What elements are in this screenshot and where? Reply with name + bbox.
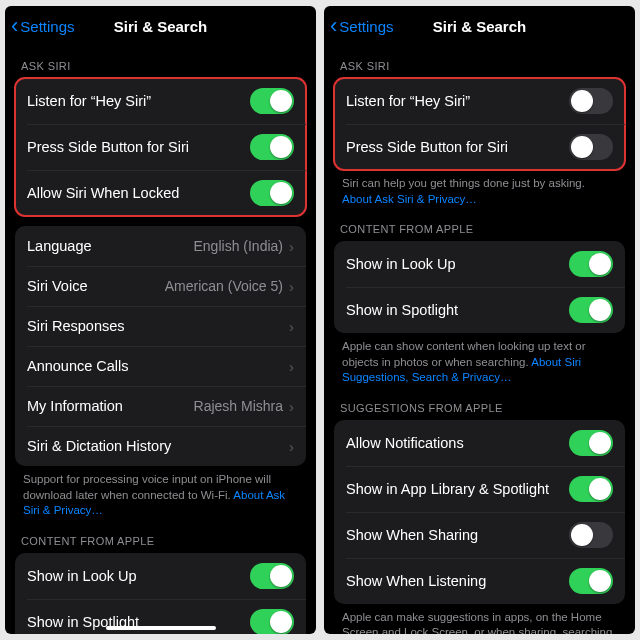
link-ask-siri-privacy[interactable]: About Ask Siri & Privacy… (342, 193, 477, 205)
footer-text-suggestions: Apple can make suggestions in apps, on t… (334, 604, 625, 634)
section-header-ask-siri: ASK SIRI (15, 46, 306, 78)
toggle-lookup[interactable] (250, 563, 294, 589)
chevron-right-icon: › (289, 238, 294, 255)
section-header-suggestions: SUGGESTIONS FROM APPLE (334, 388, 625, 420)
row-label: Siri Voice (27, 278, 165, 294)
group-content-apple: Show in Look Up Show in Spotlight (15, 553, 306, 634)
chevron-right-icon: › (289, 318, 294, 335)
row-show-lookup[interactable]: Show in Look Up (334, 241, 625, 287)
row-label: Listen for “Hey Siri” (27, 93, 250, 109)
section-header-content-apple: CONTENT FROM APPLE (15, 521, 306, 553)
chevron-right-icon: › (289, 438, 294, 455)
group-siri-settings: Language English (India) › Siri Voice Am… (15, 226, 306, 466)
row-my-information[interactable]: My Information Rajesh Mishra › (15, 386, 306, 426)
chevron-left-icon: ‹ (11, 15, 18, 37)
toggle-hey-siri[interactable] (569, 88, 613, 114)
home-indicator (106, 626, 216, 630)
row-show-when-listening[interactable]: Show When Listening (334, 558, 625, 604)
row-label: Listen for “Hey Siri” (346, 93, 569, 109)
row-language[interactable]: Language English (India) › (15, 226, 306, 266)
back-label: Settings (20, 18, 74, 35)
row-show-when-sharing[interactable]: Show When Sharing (334, 512, 625, 558)
row-press-side-button[interactable]: Press Side Button for Siri (15, 124, 306, 170)
chevron-left-icon: ‹ (330, 15, 337, 37)
row-siri-voice[interactable]: Siri Voice American (Voice 5) › (15, 266, 306, 306)
toggle-when-listening[interactable] (569, 568, 613, 594)
row-value: Rajesh Mishra (194, 398, 283, 414)
row-label: Allow Notifications (346, 435, 569, 451)
toggle-side-button[interactable] (569, 134, 613, 160)
section-header-content-apple: CONTENT FROM APPLE (334, 209, 625, 241)
group-ask-siri: Listen for “Hey Siri” Press Side Button … (334, 78, 625, 170)
row-announce-calls[interactable]: Announce Calls › (15, 346, 306, 386)
row-value: English (India) (194, 238, 284, 254)
row-label: Announce Calls (27, 358, 289, 374)
toggle-when-sharing[interactable] (569, 522, 613, 548)
row-label: Siri & Dictation History (27, 438, 289, 454)
row-label: Show in Spotlight (346, 302, 569, 318)
scroll-content[interactable]: ASK SIRI Listen for “Hey Siri” Press Sid… (324, 46, 635, 634)
row-label: Show in App Library & Spotlight (346, 481, 569, 497)
toggle-when-locked[interactable] (250, 180, 294, 206)
navbar: ‹ Settings Siri & Search (5, 6, 316, 46)
toggle-lookup[interactable] (569, 251, 613, 277)
row-allow-notifications[interactable]: Allow Notifications (334, 420, 625, 466)
navbar: ‹ Settings Siri & Search (324, 6, 635, 46)
toggle-allow-notifications[interactable] (569, 430, 613, 456)
row-label: Language (27, 238, 194, 254)
row-label: Show in Look Up (346, 256, 569, 272)
row-show-spotlight[interactable]: Show in Spotlight (334, 287, 625, 333)
row-label: Press Side Button for Siri (27, 139, 250, 155)
toggle-app-library[interactable] (569, 476, 613, 502)
row-siri-responses[interactable]: Siri Responses › (15, 306, 306, 346)
footer-text-siri-help: Siri can help you get things done just b… (334, 170, 625, 209)
toggle-side-button[interactable] (250, 134, 294, 160)
chevron-right-icon: › (289, 358, 294, 375)
row-label: My Information (27, 398, 194, 414)
chevron-right-icon: › (289, 398, 294, 415)
row-label: Siri Responses (27, 318, 289, 334)
back-button[interactable]: ‹ Settings (11, 15, 75, 37)
toggle-spotlight[interactable] (569, 297, 613, 323)
row-label: Show in Look Up (27, 568, 250, 584)
section-header-ask-siri: ASK SIRI (334, 46, 625, 78)
group-ask-siri: Listen for “Hey Siri” Press Side Button … (15, 78, 306, 216)
group-content-apple: Show in Look Up Show in Spotlight (334, 241, 625, 333)
row-press-side-button[interactable]: Press Side Button for Siri (334, 124, 625, 170)
chevron-right-icon: › (289, 278, 294, 295)
row-label: Show When Sharing (346, 527, 569, 543)
phone-left: ‹ Settings Siri & Search ASK SIRI Listen… (5, 6, 316, 634)
row-listen-hey-siri[interactable]: Listen for “Hey Siri” (15, 78, 306, 124)
row-dictation-history[interactable]: Siri & Dictation History › (15, 426, 306, 466)
scroll-content[interactable]: ASK SIRI Listen for “Hey Siri” Press Sid… (5, 46, 316, 634)
row-label: Show When Listening (346, 573, 569, 589)
row-listen-hey-siri[interactable]: Listen for “Hey Siri” (334, 78, 625, 124)
row-label: Allow Siri When Locked (27, 185, 250, 201)
row-label: Press Side Button for Siri (346, 139, 569, 155)
row-allow-when-locked[interactable]: Allow Siri When Locked (15, 170, 306, 216)
row-value: American (Voice 5) (165, 278, 283, 294)
footer-text-content: Apple can show content when looking up t… (334, 333, 625, 388)
phone-right: ‹ Settings Siri & Search ASK SIRI Listen… (324, 6, 635, 634)
group-suggestions: Allow Notifications Show in App Library … (334, 420, 625, 604)
footer-text-voice-input: Support for processing voice input on iP… (15, 466, 306, 521)
toggle-hey-siri[interactable] (250, 88, 294, 114)
toggle-spotlight[interactable] (250, 609, 294, 634)
row-show-lookup[interactable]: Show in Look Up (15, 553, 306, 599)
row-app-library-spotlight[interactable]: Show in App Library & Spotlight (334, 466, 625, 512)
back-label: Settings (339, 18, 393, 35)
page-title: Siri & Search (114, 18, 207, 35)
page-title: Siri & Search (433, 18, 526, 35)
back-button[interactable]: ‹ Settings (330, 15, 394, 37)
